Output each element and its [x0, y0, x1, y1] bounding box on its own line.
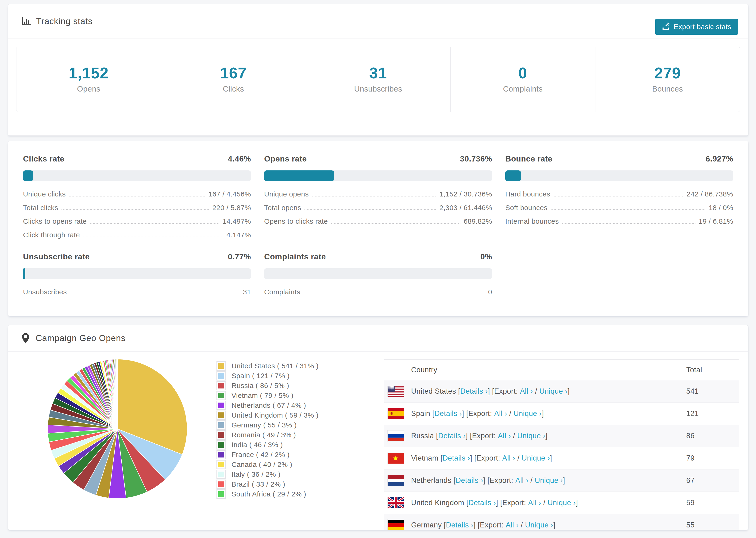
- legend-item[interactable]: Netherlands ( 67 / 4% ): [216, 401, 319, 410]
- legend-label: France ( 42 / 2% ): [232, 451, 290, 459]
- summary-stat-bounces: 279 Bounces: [595, 47, 740, 112]
- export-unique-link[interactable]: Unique ›: [525, 521, 553, 529]
- rate-detail-value: 1,152 / 30.736%: [439, 190, 492, 198]
- legend-label: Germany ( 55 / 3% ): [232, 421, 297, 429]
- export-unique-link[interactable]: Unique ›: [535, 476, 563, 485]
- progress-bar: [264, 170, 492, 181]
- export-icon: [662, 22, 670, 32]
- legend-item[interactable]: Italy ( 36 / 2% ): [216, 469, 319, 479]
- slash: /: [533, 387, 539, 396]
- summary-value: 279: [654, 65, 681, 81]
- pie-svg: [46, 358, 189, 500]
- legend-swatch: [216, 450, 226, 459]
- summary-value: 167: [220, 65, 247, 81]
- legend-swatch: [216, 460, 226, 469]
- summary-stat-clicks: 167 Clicks: [161, 47, 306, 112]
- legend-item[interactable]: Canada ( 40 / 2% ): [216, 459, 319, 469]
- rate-detail-label: Unique clicks: [23, 190, 66, 198]
- table-row: Russia [Details ›] [Export: All › / Uniq…: [384, 425, 739, 447]
- page-title: Tracking stats: [36, 17, 92, 26]
- country-total: 55: [686, 514, 739, 530]
- export-basic-stats-button[interactable]: Export basic stats: [655, 19, 738, 35]
- legend-item[interactable]: United Kingdom ( 59 / 3% ): [216, 410, 319, 420]
- details-link[interactable]: Details ›: [468, 499, 496, 507]
- country-total: 59: [686, 492, 739, 514]
- bracket: [: [456, 387, 460, 396]
- rate-detail-label: Internal bounces: [505, 217, 559, 225]
- table-row: United States [Details ›] [Export: All ›…: [384, 380, 739, 403]
- export-unique-link[interactable]: Unique ›: [539, 387, 567, 396]
- legend-label: Spain ( 121 / 7% ): [232, 372, 290, 380]
- rate-title: Bounce rate: [505, 154, 553, 163]
- export-all-link[interactable]: All ›: [520, 387, 533, 396]
- summary-stat-unsubscribes: 31 Unsubscribes: [306, 47, 451, 112]
- details-link[interactable]: Details ›: [446, 521, 473, 529]
- table-row: Netherlands [Details ›] [Export: All › /…: [384, 469, 739, 492]
- legend-item[interactable]: Germany ( 55 / 3% ): [216, 420, 319, 430]
- export-unique-link[interactable]: Unique ›: [522, 454, 550, 462]
- export-unique-link[interactable]: Unique ›: [517, 432, 545, 440]
- details-link[interactable]: Details ›: [434, 409, 462, 418]
- rate-detail-label: Clicks to opens rate: [23, 217, 87, 225]
- details-link[interactable]: Details ›: [460, 387, 488, 396]
- bracket: ]: [576, 499, 578, 507]
- map-pin-icon: [21, 333, 30, 344]
- slash: /: [507, 409, 513, 418]
- details-link[interactable]: Details ›: [456, 476, 483, 485]
- dotted-leader: [70, 294, 240, 295]
- export-unique-link[interactable]: Unique ›: [548, 499, 576, 507]
- bracket: [: [464, 499, 468, 507]
- country-name: Germany: [411, 521, 442, 529]
- rate-detail-label: Soft bounces: [505, 204, 548, 212]
- flag-de-icon: [388, 520, 404, 530]
- tracking-stats-header: Tracking stats: [8, 4, 748, 39]
- export-unique-link[interactable]: Unique ›: [513, 409, 542, 418]
- details-link[interactable]: Details ›: [438, 432, 465, 440]
- details-link[interactable]: Details ›: [443, 454, 470, 462]
- country-total: 541: [686, 380, 739, 403]
- rate-block: Clicks rate 4.46% Unique clicks 167 / 4.…: [23, 154, 251, 239]
- rate-detail-row: Total opens 2,303 / 61.446%: [264, 204, 492, 212]
- dotted-leader: [62, 209, 209, 210]
- legend-item[interactable]: France ( 42 / 2% ): [216, 450, 319, 459]
- legend-item[interactable]: Spain ( 121 / 7% ): [216, 371, 319, 381]
- legend-item[interactable]: United States ( 541 / 31% ): [216, 361, 319, 371]
- export-all-link[interactable]: All ›: [498, 432, 511, 440]
- flag-ru-icon: [388, 430, 404, 441]
- dotted-leader: [551, 209, 706, 210]
- rate-detail-value: 14.497%: [223, 217, 251, 225]
- export-all-link[interactable]: All ›: [506, 521, 519, 529]
- dotted-leader: [554, 196, 683, 196]
- rate-detail-value: 4.147%: [227, 231, 251, 239]
- legend-label: India ( 46 / 3% ): [232, 441, 283, 449]
- bracket: [: [430, 409, 434, 418]
- table-row: Spain [Details ›] [Export: All › / Uniqu…: [384, 403, 739, 425]
- rate-detail-value: 220 / 5.87%: [212, 204, 251, 212]
- export-all-link[interactable]: All ›: [515, 476, 528, 485]
- geo-header: Campaign Geo Opens: [8, 325, 748, 351]
- bracket: ]: [553, 521, 556, 529]
- bracket: ]: [545, 432, 548, 440]
- summary-value: 1,152: [69, 65, 109, 81]
- rate-detail-label: Hard bounces: [505, 190, 550, 198]
- column-header-country: Country: [384, 360, 686, 380]
- legend-item[interactable]: Russia ( 86 / 5% ): [216, 381, 319, 391]
- legend-label: Netherlands ( 67 / 4% ): [232, 402, 306, 409]
- campaign-geo-opens-card: Campaign Geo Opens United States ( 541 /…: [8, 325, 748, 530]
- legend-label: United States ( 541 / 31% ): [232, 362, 319, 370]
- export-all-link[interactable]: All ›: [528, 499, 541, 507]
- bracket: ]: [550, 454, 552, 462]
- legend-item[interactable]: Vietnam ( 79 / 5% ): [216, 391, 319, 401]
- summary-label: Unsubscribes: [354, 84, 402, 93]
- export-all-link[interactable]: All ›: [502, 454, 515, 462]
- export-all-link[interactable]: All ›: [494, 409, 507, 418]
- dotted-leader: [304, 209, 436, 210]
- rate-detail-row: Click through rate 4.147%: [23, 231, 251, 239]
- rate-detail-row: Total clicks 220 / 5.87%: [23, 204, 251, 212]
- rate-detail-label: Opens to clicks rate: [264, 217, 328, 225]
- legend-label: Italy ( 36 / 2% ): [232, 470, 281, 478]
- legend-item[interactable]: South Africa ( 29 / 2% ): [216, 489, 319, 499]
- legend-item[interactable]: India ( 46 / 3% ): [216, 440, 319, 450]
- legend-item[interactable]: Romania ( 49 / 3% ): [216, 430, 319, 440]
- legend-item[interactable]: Brazil ( 33 / 2% ): [216, 479, 319, 489]
